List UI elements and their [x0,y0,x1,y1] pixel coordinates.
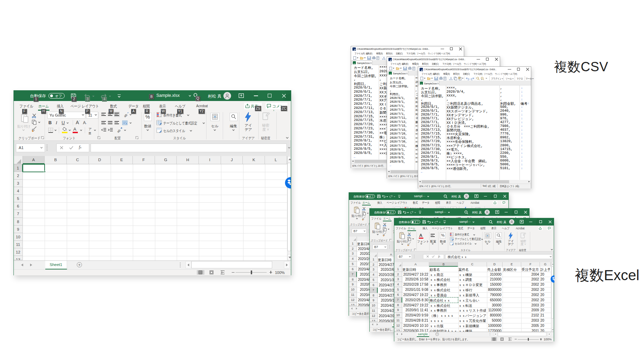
svg-text:ab: ab [117,129,121,133]
svg-text:ab: ab [123,113,128,117]
